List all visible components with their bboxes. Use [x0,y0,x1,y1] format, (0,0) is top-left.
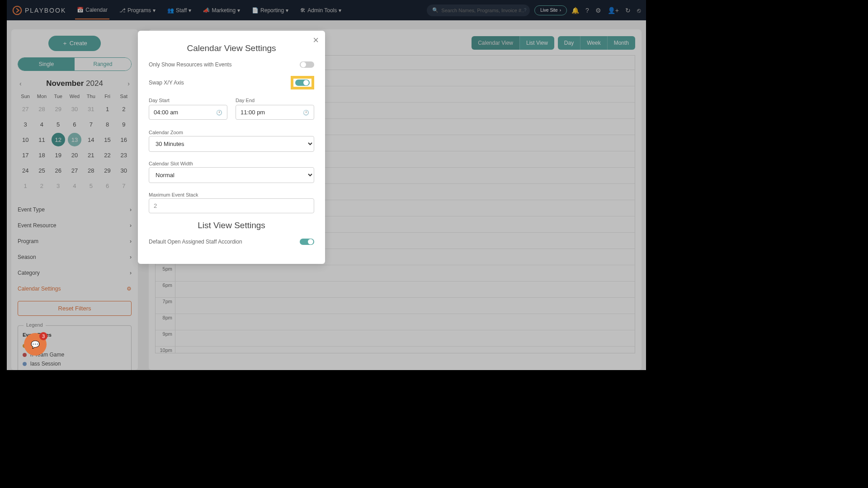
clock-icon [216,109,222,116]
zoom-label: Calendar Zoom [149,130,183,135]
day-start-label: Day Start [149,98,227,103]
close-button[interactable]: × [313,34,319,46]
only-resources-label: Only Show Resources with Events [149,61,231,68]
day-start-input[interactable]: 04:00 am [149,105,227,120]
highlight-annotation [291,76,314,89]
zoom-select[interactable]: 30 Minutes [149,136,314,152]
accordion-toggle[interactable] [300,239,314,245]
modal-title-calendar: Calendar View Settings [149,43,314,53]
modal-title-list: List View Settings [149,221,314,230]
chat-badge: 3 [39,332,47,340]
close-icon: × [313,34,319,46]
only-resources-toggle[interactable] [300,61,314,68]
calendar-settings-modal: × Calendar View Settings Only Show Resou… [138,31,325,264]
clock-icon [303,109,309,116]
chat-icon: 💬 [31,340,40,349]
accordion-label: Default Open Assigned Staff Accordion [149,239,242,245]
swap-axis-toggle[interactable] [295,80,310,86]
slot-width-select[interactable]: Normal [149,167,314,183]
swap-axis-label: Swap X/Y Axis [149,80,184,86]
modal-overlay[interactable] [7,0,646,370]
stack-input[interactable] [149,198,314,213]
slot-width-label: Calendar Slot Width [149,161,193,166]
stack-label: Maximum Event Stack [149,192,198,197]
day-end-input[interactable]: 11:00 pm [236,105,314,120]
day-end-label: Day End [236,98,314,103]
chat-bubble[interactable]: 💬 3 [24,333,47,356]
